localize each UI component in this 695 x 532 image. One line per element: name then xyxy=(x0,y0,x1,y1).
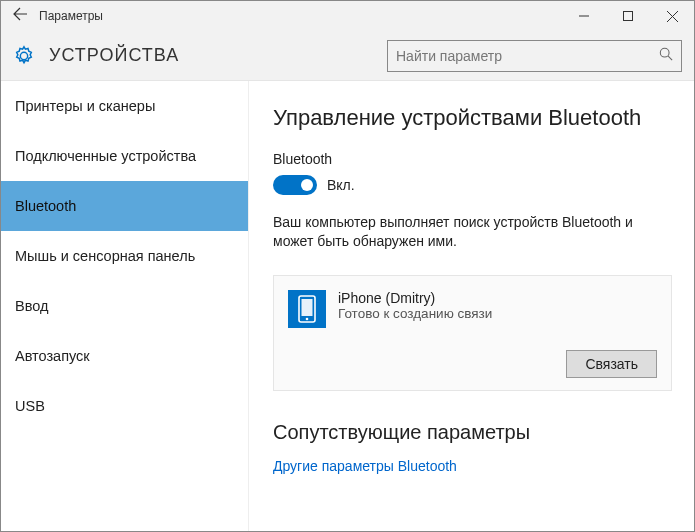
device-status: Готово к созданию связи xyxy=(338,306,657,321)
search-box[interactable] xyxy=(387,40,682,72)
toggle-state-text: Вкл. xyxy=(327,177,355,193)
bluetooth-description: Ваш компьютер выполняет поиск устройств … xyxy=(273,213,672,251)
back-button[interactable] xyxy=(1,6,39,27)
content-heading: Управление устройствами Bluetooth xyxy=(273,105,672,131)
sidebar-item-label: Ввод xyxy=(15,298,48,314)
header: УСТРОЙСТВА xyxy=(1,31,694,81)
back-arrow-icon xyxy=(12,6,28,22)
svg-rect-0 xyxy=(624,12,633,21)
search-icon xyxy=(659,47,673,64)
bluetooth-toggle[interactable] xyxy=(273,175,317,195)
titlebar: Параметры xyxy=(1,1,694,31)
related-heading: Сопутствующие параметры xyxy=(273,421,672,444)
svg-point-1 xyxy=(660,48,669,57)
toggle-knob xyxy=(301,179,313,191)
close-icon xyxy=(667,11,678,22)
sidebar-item-mouse-touchpad[interactable]: Мышь и сенсорная панель xyxy=(1,231,248,281)
sidebar-item-typing[interactable]: Ввод xyxy=(1,281,248,331)
minimize-icon xyxy=(579,11,589,21)
sidebar-item-label: Автозапуск xyxy=(15,348,90,364)
sidebar-item-label: Принтеры и сканеры xyxy=(15,98,155,114)
gear-icon xyxy=(13,45,35,67)
sidebar: Принтеры и сканеры Подключенные устройст… xyxy=(1,81,249,531)
content: Управление устройствами Bluetooth Blueto… xyxy=(249,81,694,531)
device-name: iPhone (Dmitry) xyxy=(338,290,657,306)
svg-point-4 xyxy=(306,317,309,320)
sidebar-item-bluetooth[interactable]: Bluetooth xyxy=(1,181,248,231)
sidebar-item-label: Bluetooth xyxy=(15,198,76,214)
sidebar-item-autoplay[interactable]: Автозапуск xyxy=(1,331,248,381)
sidebar-item-usb[interactable]: USB xyxy=(1,381,248,431)
pair-button[interactable]: Связать xyxy=(566,350,657,378)
toggle-label: Bluetooth xyxy=(273,151,672,167)
phone-icon xyxy=(288,290,326,328)
sidebar-item-label: Подключенные устройства xyxy=(15,148,196,164)
sidebar-item-label: USB xyxy=(15,398,45,414)
sidebar-item-printers[interactable]: Принтеры и сканеры xyxy=(1,81,248,131)
close-button[interactable] xyxy=(650,1,694,31)
page-title: УСТРОЙСТВА xyxy=(49,45,179,66)
search-input[interactable] xyxy=(396,48,659,64)
sidebar-item-connected-devices[interactable]: Подключенные устройства xyxy=(1,131,248,181)
maximize-icon xyxy=(623,11,633,21)
window-title: Параметры xyxy=(39,9,103,23)
svg-rect-3 xyxy=(302,299,313,316)
device-card[interactable]: iPhone (Dmitry) Готово к созданию связи … xyxy=(273,275,672,391)
related-link[interactable]: Другие параметры Bluetooth xyxy=(273,458,672,474)
sidebar-item-label: Мышь и сенсорная панель xyxy=(15,248,195,264)
minimize-button[interactable] xyxy=(562,1,606,31)
maximize-button[interactable] xyxy=(606,1,650,31)
